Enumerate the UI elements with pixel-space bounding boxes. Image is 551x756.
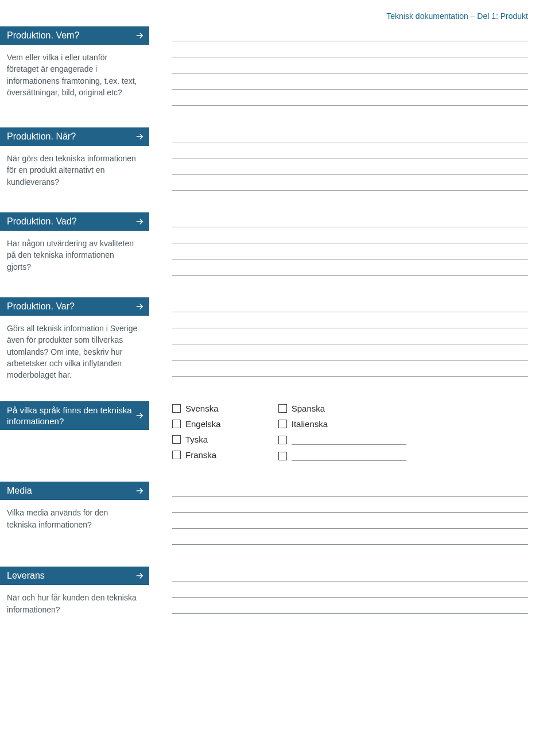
checkbox-label: Spanska	[292, 404, 325, 413]
other-line[interactable]	[292, 435, 406, 445]
checkbox-tyska[interactable]: Tyska	[172, 435, 221, 444]
checkbox-icon[interactable]	[172, 435, 181, 444]
section-vad: Produktion. Vad? Har någon utvärdering a…	[0, 212, 551, 277]
checkbox-svenska[interactable]: Svenska	[172, 404, 221, 413]
bar-vem-title: Produktion. Vem?	[7, 30, 79, 41]
other-line[interactable]	[292, 451, 406, 461]
checkbox-spanska[interactable]: Spanska	[278, 404, 406, 413]
desc-nar: När görs den tekniska informationen för …	[0, 153, 143, 188]
lines-vem[interactable]	[172, 26, 528, 106]
bar-vem: Produktion. Vem?	[0, 26, 149, 45]
bar-media: Media	[0, 482, 149, 500]
checkbox-icon[interactable]	[278, 404, 287, 413]
breadcrumb: Teknisk dokumentation – Del 1: Produkt	[0, 11, 551, 26]
checkbox-label: Franska	[185, 450, 216, 460]
arrow-icon	[134, 301, 145, 312]
checkbox-label: Italienska	[292, 419, 328, 429]
arrow-icon	[134, 216, 145, 227]
section-leverans: Leverans När och hur får kunden den tekn…	[0, 567, 551, 615]
bar-vad: Produktion. Vad?	[0, 212, 149, 231]
bar-var-title: Produktion. Var?	[7, 301, 75, 312]
checkbox-label: Svenska	[185, 404, 219, 413]
desc-var: Görs all teknisk information i Sverige ä…	[0, 323, 143, 381]
checkbox-icon[interactable]	[278, 452, 287, 460]
lines-media[interactable]	[172, 482, 528, 545]
bar-vad-title: Produktion. Vad?	[7, 216, 77, 227]
desc-leverans: När och hur får kunden den tekniska info…	[0, 592, 143, 615]
checkbox-icon[interactable]	[172, 420, 181, 428]
arrow-icon	[134, 30, 145, 41]
section-media: Media Vilka media används för den teknis…	[0, 482, 551, 546]
lines-var[interactable]	[172, 297, 528, 377]
lines-nar[interactable]	[172, 127, 528, 191]
section-nar: Produktion. När? När görs den tekniska i…	[0, 127, 551, 192]
language-checkboxes: Svenska Engelska Tyska Franska Spanska I…	[172, 401, 528, 461]
bar-media-title: Media	[7, 486, 32, 496]
bar-nar: Produktion. När?	[0, 127, 149, 146]
lines-vad[interactable]	[172, 212, 528, 276]
section-vem: Produktion. Vem? Vem eller vilka i eller…	[0, 26, 551, 107]
checkbox-label: Tyska	[185, 435, 208, 444]
arrow-icon	[134, 571, 145, 581]
desc-vem: Vem eller vilka i eller utanför företage…	[0, 52, 143, 98]
bar-leverans-title: Leverans	[7, 571, 45, 581]
bar-sprak: På vilka språk finns den tekniska inform…	[0, 401, 149, 430]
bar-leverans: Leverans	[0, 567, 149, 585]
checkbox-italienska[interactable]: Italienska	[278, 419, 406, 429]
desc-media: Vilka media används för den tekniska inf…	[0, 507, 143, 530]
bar-var: Produktion. Var?	[0, 297, 149, 316]
checkbox-other-2[interactable]	[278, 451, 406, 461]
checkbox-label: Engelska	[185, 419, 221, 429]
arrow-icon	[134, 410, 145, 421]
checkbox-franska[interactable]: Franska	[172, 450, 221, 460]
checkbox-engelska[interactable]: Engelska	[172, 419, 221, 429]
arrow-icon	[134, 131, 145, 142]
checkbox-icon[interactable]	[278, 420, 287, 428]
bar-sprak-title: På vilka språk finns den tekniska inform…	[7, 405, 134, 427]
bar-nar-title: Produktion. När?	[7, 131, 76, 142]
checkbox-icon[interactable]	[278, 436, 287, 444]
checkbox-icon[interactable]	[172, 404, 181, 413]
lines-leverans[interactable]	[172, 567, 528, 614]
desc-vad: Har någon utvärdering av kvaliteten på d…	[0, 238, 143, 273]
section-var: Produktion. Var? Görs all teknisk inform…	[0, 297, 551, 381]
checkbox-icon[interactable]	[172, 451, 181, 459]
section-sprak: På vilka språk finns den tekniska inform…	[0, 401, 551, 461]
arrow-icon	[134, 486, 145, 496]
checkbox-other-1[interactable]	[278, 435, 406, 445]
